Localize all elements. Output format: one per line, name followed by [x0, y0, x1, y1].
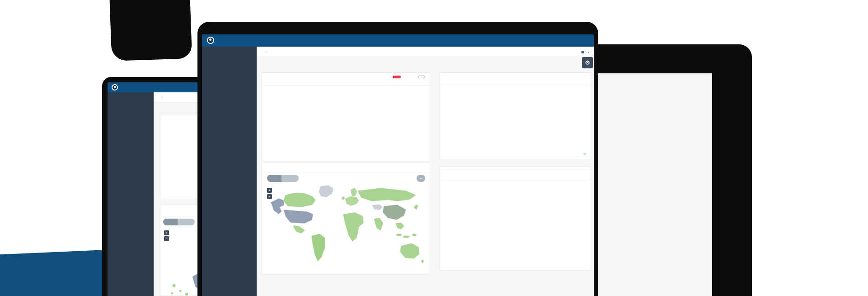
sidebar	[108, 92, 154, 296]
right-screen	[598, 73, 712, 296]
see-all-records-link[interactable]: ⊙	[582, 153, 586, 156]
page-title	[158, 105, 160, 113]
legend-new-button[interactable]	[393, 76, 401, 78]
orders-toggle[interactable]	[178, 219, 195, 225]
dashboard: ⊙ ▦ ▾ ⚙	[202, 34, 594, 296]
recent-devices-card	[440, 167, 591, 271]
breadcrumb: ⊙	[262, 50, 270, 53]
logo-icon	[112, 84, 118, 91]
device-bezel-right	[584, 44, 752, 296]
map-zoom-in-button[interactable]: +	[164, 230, 169, 235]
device-bezel-left: ⊙ + −	[102, 77, 207, 296]
chevron-down-icon: ▾	[420, 177, 422, 180]
distribution-card: ▾ + −	[261, 162, 430, 274]
gear-icon: ⚙	[585, 59, 590, 66]
breadcrumb: ⊙	[158, 95, 166, 99]
statistics-card	[261, 72, 430, 161]
page-title	[262, 61, 264, 68]
users-toggle[interactable]	[163, 219, 178, 225]
recent-alcohol-test-card: ⊙	[440, 72, 591, 159]
date-range-picker[interactable]: ▦ ▾	[581, 50, 589, 54]
app-header	[108, 82, 204, 92]
device-bezel-top	[109, 0, 192, 61]
statistics-chart	[273, 93, 427, 147]
main-screen: ⊙ ▦ ▾ ⚙	[202, 34, 594, 296]
select-region-button[interactable]: ▾	[417, 175, 425, 182]
legend-returning-button[interactable]	[418, 76, 425, 78]
see-all-icon: ⊙	[583, 153, 586, 156]
content-area: ⊙ ▦ ▾ ⚙	[257, 47, 594, 296]
world-map[interactable]	[267, 184, 426, 272]
breadcrumb-separator-icon: ⊙	[265, 50, 267, 53]
orders-toggle[interactable]	[282, 175, 299, 182]
sidebar	[202, 47, 257, 296]
showcase-stage: ⊙ + −	[0, 0, 868, 296]
calendar-icon: ▦	[581, 50, 584, 54]
app-header	[202, 34, 594, 47]
left-screen: ⊙ + −	[108, 82, 204, 296]
breadcrumb-bar: ⊙ ▦ ▾	[257, 47, 594, 57]
logo-icon	[207, 37, 214, 44]
chevron-down-icon: ▾	[588, 51, 589, 54]
breadcrumb-separator-icon: ⊙	[161, 95, 163, 99]
device-bezel-main: ⊙ ▦ ▾ ⚙	[197, 22, 598, 296]
settings-button[interactable]: ⚙	[582, 57, 593, 68]
map-zoom-out-button[interactable]: −	[164, 236, 169, 241]
breadcrumb-bar: ⊙	[154, 92, 204, 102]
content-area: ⊙ + −	[154, 92, 204, 296]
users-toggle[interactable]	[267, 175, 282, 182]
